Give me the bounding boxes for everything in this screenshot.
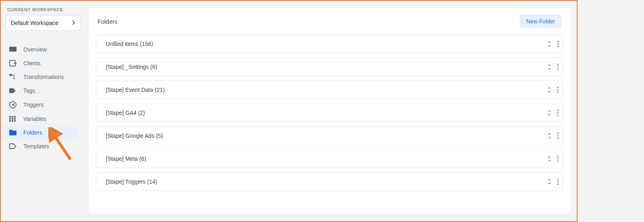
folder-actions [547,87,559,93]
folders-icon [9,130,17,135]
sort-up-down-icon[interactable] [547,87,551,93]
svg-point-22 [557,91,559,93]
svg-rect-0 [9,48,17,52]
folder-row[interactable]: [Stape] _Settings (6) [96,58,563,76]
workspace-name: Default Workspace [11,20,58,26]
svg-point-32 [557,178,559,180]
svg-point-20 [557,87,559,88]
templates-icon [9,143,17,149]
folder-name: [Stape] Event Data (21) [106,87,165,93]
folder-name: Unfiled items (156) [106,41,153,47]
workspace-section-label: CURRENT WORKSPACE [1,6,85,15]
svg-point-26 [557,133,559,134]
folder-name: [Stape] Meta (6) [106,156,146,162]
sidebar-item-label: Overview [23,46,47,53]
folder-row[interactable]: [Stape] Triggers (14) [96,172,563,191]
svg-rect-8 [12,116,13,118]
svg-point-18 [557,66,559,68]
sidebar-item-transformations[interactable]: Transformations [1,70,79,84]
tags-icon [9,87,17,94]
svg-point-29 [557,156,559,157]
svg-point-34 [557,183,559,185]
more-vertical-icon[interactable] [557,64,559,70]
variables-icon [9,116,17,122]
sidebar-nav: Overview Clients Transformations Tags [1,43,85,153]
sidebar-item-label: Clients [23,60,41,66]
sidebar-item-tags[interactable]: Tags [1,84,79,98]
sidebar-item-label: Transformations [23,74,64,80]
svg-point-27 [557,135,559,137]
folder-actions [547,133,559,139]
folder-row[interactable]: [Stape] GA4 (2) [96,104,563,122]
folder-actions [547,156,559,162]
svg-point-24 [557,112,559,114]
sidebar: CURRENT WORKSPACE Default Workspace Over… [1,1,85,221]
panel-header: Folders New Folder [96,15,563,28]
sidebar-item-clients[interactable]: Clients [1,56,79,70]
sidebar-item-variables[interactable]: Variables [1,112,79,126]
clients-icon [9,60,17,66]
main-content: Folders New Folder Unfiled items (156) [… [85,1,577,221]
sort-up-down-icon[interactable] [547,41,551,47]
svg-point-25 [557,114,559,116]
sidebar-item-label: Templates [23,143,49,149]
sort-up-down-icon[interactable] [547,156,551,162]
folders-panel: Folders New Folder Unfiled items (156) [… [89,8,570,214]
folder-list: Unfiled items (156) [Stape] _Settings (6… [96,35,563,191]
svg-point-21 [557,89,559,91]
sidebar-item-templates[interactable]: Templates [1,139,79,153]
panel-title: Folders [97,18,118,25]
folder-row[interactable]: [Stape] Meta (6) [96,149,563,168]
more-vertical-icon[interactable] [557,87,559,93]
svg-rect-10 [12,120,13,122]
folder-name: [Stape] Google Ads (5) [106,133,163,139]
svg-point-31 [557,160,559,162]
workspace-selector[interactable]: Default Workspace [6,15,80,31]
sidebar-item-label: Variables [23,116,46,122]
svg-point-16 [557,46,559,47]
svg-rect-7 [9,120,11,122]
app-container: CURRENT WORKSPACE Default Workspace Over… [0,0,578,222]
new-folder-button[interactable]: New Folder [520,15,561,28]
sidebar-item-triggers[interactable]: Triggers [1,98,79,112]
svg-rect-9 [12,118,13,120]
svg-point-19 [557,68,559,70]
svg-rect-12 [14,118,16,120]
folder-row[interactable]: [Stape] Event Data (21) [96,81,563,99]
folder-actions [547,178,559,185]
folder-actions [547,64,559,70]
overview-icon [9,47,17,52]
more-vertical-icon[interactable] [557,110,559,116]
svg-point-3 [10,74,11,76]
svg-point-15 [557,43,559,45]
svg-point-23 [557,110,559,111]
sidebar-item-overview[interactable]: Overview [1,43,79,56]
folder-row[interactable]: Unfiled items (156) [96,35,563,53]
triggers-icon [9,101,17,108]
svg-point-14 [557,41,559,42]
sort-up-down-icon[interactable] [547,178,551,185]
sort-up-down-icon[interactable] [547,133,551,139]
folder-name: [Stape] GA4 (2) [106,110,145,116]
sidebar-item-label: Tags [23,87,35,94]
svg-point-17 [557,64,559,65]
svg-rect-11 [14,116,16,118]
more-vertical-icon[interactable] [557,41,559,47]
sidebar-item-folders[interactable]: Folders [1,126,79,139]
folder-name: [Stape] _Settings (6) [106,64,157,70]
sort-up-down-icon[interactable] [547,64,551,70]
sidebar-item-label: Triggers [23,102,44,108]
more-vertical-icon[interactable] [557,156,559,162]
folder-actions [547,110,559,116]
folder-row[interactable]: [Stape] Google Ads (5) [96,127,563,145]
svg-rect-5 [9,116,11,118]
sort-up-down-icon[interactable] [547,110,551,116]
svg-point-33 [557,181,559,183]
folder-name: [Stape] Triggers (14) [106,178,157,185]
folder-actions [547,41,559,47]
more-vertical-icon[interactable] [557,133,559,139]
transformations-icon [9,74,17,80]
sidebar-item-label: Folders [23,129,42,136]
more-vertical-icon[interactable] [557,178,559,185]
svg-point-30 [557,158,559,160]
